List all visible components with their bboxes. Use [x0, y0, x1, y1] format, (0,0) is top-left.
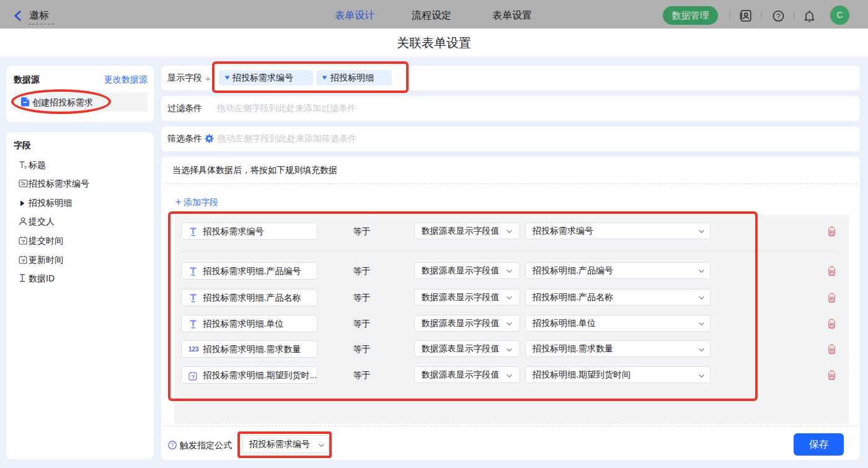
svg-text:?: ? [776, 12, 780, 20]
svg-text:?: ? [170, 442, 174, 448]
